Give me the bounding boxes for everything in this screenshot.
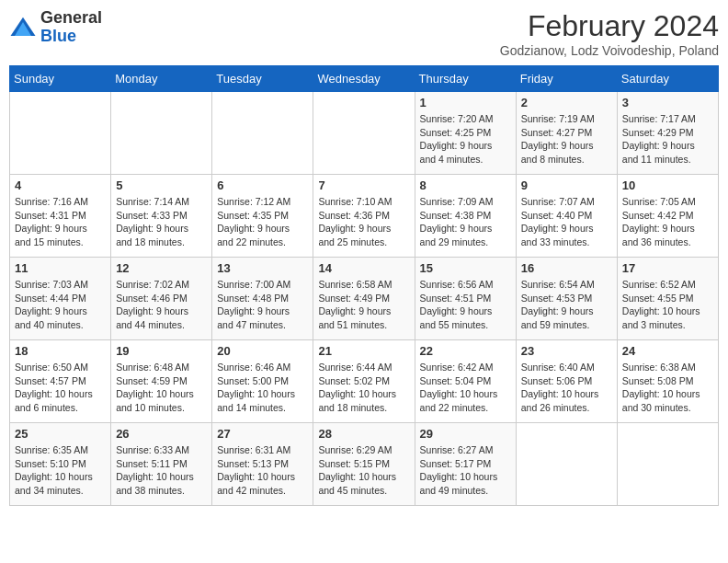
day-info: Sunrise: 6:44 AM Sunset: 5:02 PM Dayligh… <box>318 361 409 415</box>
day-number: 6 <box>217 178 308 192</box>
header: General Blue February 2024 Godzianow, Lo… <box>9 9 719 58</box>
day-info: Sunrise: 7:16 AM Sunset: 4:31 PM Dayligh… <box>15 195 106 249</box>
week-row-3: 11Sunrise: 7:03 AM Sunset: 4:44 PM Dayli… <box>10 258 719 340</box>
weekday-header-wednesday: Wednesday <box>313 66 415 92</box>
calendar-cell: 11Sunrise: 7:03 AM Sunset: 4:44 PM Dayli… <box>10 258 111 340</box>
day-number: 24 <box>622 344 713 358</box>
day-info: Sunrise: 6:54 AM Sunset: 4:53 PM Dayligh… <box>521 278 612 332</box>
day-info: Sunrise: 6:35 AM Sunset: 5:10 PM Dayligh… <box>15 443 106 498</box>
calendar-cell <box>111 92 212 175</box>
day-info: Sunrise: 6:58 AM Sunset: 4:49 PM Dayligh… <box>318 278 409 332</box>
weekday-header-sunday: Sunday <box>10 66 111 92</box>
day-number: 20 <box>217 344 308 358</box>
calendar-cell: 8Sunrise: 7:09 AM Sunset: 4:38 PM Daylig… <box>415 175 516 258</box>
day-number: 13 <box>217 261 308 275</box>
weekday-header-row: SundayMondayTuesdayWednesdayThursdayFrid… <box>10 66 719 92</box>
day-info: Sunrise: 7:19 AM Sunset: 4:27 PM Dayligh… <box>521 112 612 167</box>
calendar-cell <box>313 92 415 175</box>
day-info: Sunrise: 7:14 AM Sunset: 4:33 PM Dayligh… <box>116 195 207 249</box>
day-number: 17 <box>622 261 713 275</box>
day-number: 5 <box>116 178 207 192</box>
month-title: February 2024 <box>500 9 719 43</box>
day-number: 12 <box>116 261 207 275</box>
calendar-cell: 10Sunrise: 7:05 AM Sunset: 4:42 PM Dayli… <box>617 175 718 258</box>
calendar-cell: 26Sunrise: 6:33 AM Sunset: 5:11 PM Dayli… <box>111 423 212 506</box>
calendar-cell <box>617 423 718 506</box>
day-info: Sunrise: 6:38 AM Sunset: 5:08 PM Dayligh… <box>622 361 713 415</box>
weekday-header-friday: Friday <box>516 66 617 92</box>
day-number: 15 <box>420 261 511 275</box>
day-number: 7 <box>318 178 409 192</box>
day-info: Sunrise: 6:29 AM Sunset: 5:15 PM Dayligh… <box>318 443 409 498</box>
weekday-header-saturday: Saturday <box>617 66 718 92</box>
day-number: 2 <box>521 96 612 109</box>
calendar-cell: 22Sunrise: 6:42 AM Sunset: 5:04 PM Dayli… <box>415 340 516 423</box>
calendar-cell: 6Sunrise: 7:12 AM Sunset: 4:35 PM Daylig… <box>212 175 313 258</box>
calendar-cell: 2Sunrise: 7:19 AM Sunset: 4:27 PM Daylig… <box>516 92 617 175</box>
calendar-cell <box>212 92 313 175</box>
calendar-cell: 20Sunrise: 6:46 AM Sunset: 5:00 PM Dayli… <box>212 340 313 423</box>
day-info: Sunrise: 6:50 AM Sunset: 4:57 PM Dayligh… <box>15 361 106 415</box>
day-number: 3 <box>622 96 713 109</box>
day-number: 18 <box>15 344 106 358</box>
calendar-cell: 24Sunrise: 6:38 AM Sunset: 5:08 PM Dayli… <box>617 340 718 423</box>
location-subtitle: Godzianow, Lodz Voivodeship, Poland <box>500 43 719 58</box>
calendar-cell: 7Sunrise: 7:10 AM Sunset: 4:36 PM Daylig… <box>313 175 415 258</box>
day-number: 28 <box>318 427 409 441</box>
calendar-cell: 18Sunrise: 6:50 AM Sunset: 4:57 PM Dayli… <box>10 340 111 423</box>
day-number: 22 <box>420 344 511 358</box>
logo-icon <box>9 14 37 41</box>
day-info: Sunrise: 6:33 AM Sunset: 5:11 PM Dayligh… <box>116 443 207 498</box>
day-number: 29 <box>420 427 511 441</box>
calendar-cell: 16Sunrise: 6:54 AM Sunset: 4:53 PM Dayli… <box>516 258 617 340</box>
day-info: Sunrise: 6:40 AM Sunset: 5:06 PM Dayligh… <box>521 361 612 415</box>
calendar-cell: 17Sunrise: 6:52 AM Sunset: 4:55 PM Dayli… <box>617 258 718 340</box>
day-number: 10 <box>622 178 713 192</box>
calendar-cell: 3Sunrise: 7:17 AM Sunset: 4:29 PM Daylig… <box>617 92 718 175</box>
day-number: 14 <box>318 261 409 275</box>
calendar-cell: 13Sunrise: 7:00 AM Sunset: 4:48 PM Dayli… <box>212 258 313 340</box>
day-info: Sunrise: 6:52 AM Sunset: 4:55 PM Dayligh… <box>622 278 713 332</box>
day-info: Sunrise: 7:10 AM Sunset: 4:36 PM Dayligh… <box>318 195 409 249</box>
day-info: Sunrise: 7:20 AM Sunset: 4:25 PM Dayligh… <box>420 112 511 167</box>
calendar-cell: 14Sunrise: 6:58 AM Sunset: 4:49 PM Dayli… <box>313 258 415 340</box>
calendar-cell <box>516 423 617 506</box>
weekday-header-monday: Monday <box>111 66 212 92</box>
day-info: Sunrise: 7:09 AM Sunset: 4:38 PM Dayligh… <box>420 195 511 249</box>
day-number: 11 <box>15 261 106 275</box>
calendar-cell: 4Sunrise: 7:16 AM Sunset: 4:31 PM Daylig… <box>10 175 111 258</box>
calendar-cell <box>10 92 111 175</box>
day-info: Sunrise: 7:02 AM Sunset: 4:46 PM Dayligh… <box>116 278 207 332</box>
day-info: Sunrise: 6:46 AM Sunset: 5:00 PM Dayligh… <box>217 361 308 415</box>
week-row-4: 18Sunrise: 6:50 AM Sunset: 4:57 PM Dayli… <box>10 340 719 423</box>
day-info: Sunrise: 7:05 AM Sunset: 4:42 PM Dayligh… <box>622 195 713 249</box>
weekday-header-thursday: Thursday <box>415 66 516 92</box>
week-row-2: 4Sunrise: 7:16 AM Sunset: 4:31 PM Daylig… <box>10 175 719 258</box>
logo: General Blue <box>9 9 102 46</box>
calendar-cell: 29Sunrise: 6:27 AM Sunset: 5:17 PM Dayli… <box>415 423 516 506</box>
day-number: 23 <box>521 344 612 358</box>
calendar-cell: 5Sunrise: 7:14 AM Sunset: 4:33 PM Daylig… <box>111 175 212 258</box>
calendar-cell: 9Sunrise: 7:07 AM Sunset: 4:40 PM Daylig… <box>516 175 617 258</box>
week-row-1: 1Sunrise: 7:20 AM Sunset: 4:25 PM Daylig… <box>10 92 719 175</box>
week-row-5: 25Sunrise: 6:35 AM Sunset: 5:10 PM Dayli… <box>10 423 719 506</box>
day-info: Sunrise: 6:31 AM Sunset: 5:13 PM Dayligh… <box>217 443 308 498</box>
day-number: 25 <box>15 427 106 441</box>
calendar-table: SundayMondayTuesdayWednesdayThursdayFrid… <box>9 65 719 506</box>
day-number: 4 <box>15 178 106 192</box>
calendar-cell: 19Sunrise: 6:48 AM Sunset: 4:59 PM Dayli… <box>111 340 212 423</box>
day-number: 26 <box>116 427 207 441</box>
day-info: Sunrise: 7:07 AM Sunset: 4:40 PM Dayligh… <box>521 195 612 249</box>
day-info: Sunrise: 6:56 AM Sunset: 4:51 PM Dayligh… <box>420 278 511 332</box>
day-number: 21 <box>318 344 409 358</box>
day-number: 19 <box>116 344 207 358</box>
calendar-cell: 15Sunrise: 6:56 AM Sunset: 4:51 PM Dayli… <box>415 258 516 340</box>
day-number: 9 <box>521 178 612 192</box>
calendar-cell: 27Sunrise: 6:31 AM Sunset: 5:13 PM Dayli… <box>212 423 313 506</box>
calendar-cell: 25Sunrise: 6:35 AM Sunset: 5:10 PM Dayli… <box>10 423 111 506</box>
day-number: 8 <box>420 178 511 192</box>
day-info: Sunrise: 6:42 AM Sunset: 5:04 PM Dayligh… <box>420 361 511 415</box>
day-number: 27 <box>217 427 308 441</box>
day-number: 16 <box>521 261 612 275</box>
day-info: Sunrise: 7:17 AM Sunset: 4:29 PM Dayligh… <box>622 112 713 167</box>
